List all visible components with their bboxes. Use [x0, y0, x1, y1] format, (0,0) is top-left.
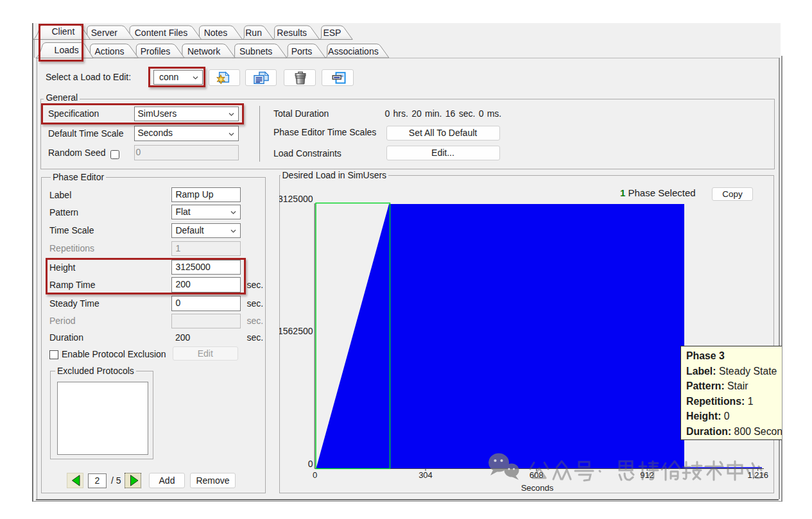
svg-text:Run: Run — [245, 28, 262, 38]
svg-text:1562500: 1562500 — [279, 326, 313, 336]
svg-text:0: 0 — [308, 459, 313, 469]
svg-text:ESP: ESP — [323, 28, 341, 38]
svg-text:Actions: Actions — [95, 46, 125, 56]
svg-text:Results: Results — [277, 28, 307, 38]
svg-text:304: 304 — [419, 470, 433, 480]
svg-text:Notes: Notes — [204, 28, 228, 38]
svg-text:3125000: 3125000 — [279, 194, 313, 204]
svg-text:Subnets: Subnets — [239, 46, 272, 56]
svg-text:Network: Network — [187, 46, 221, 56]
svg-text:Server: Server — [91, 28, 118, 38]
svg-text:Content Files: Content Files — [135, 28, 187, 38]
svg-text:Ports: Ports — [291, 46, 313, 56]
svg-text:Profiles: Profiles — [141, 46, 171, 56]
svg-text:Associations: Associations — [328, 46, 379, 56]
svg-text:0: 0 — [313, 470, 317, 480]
